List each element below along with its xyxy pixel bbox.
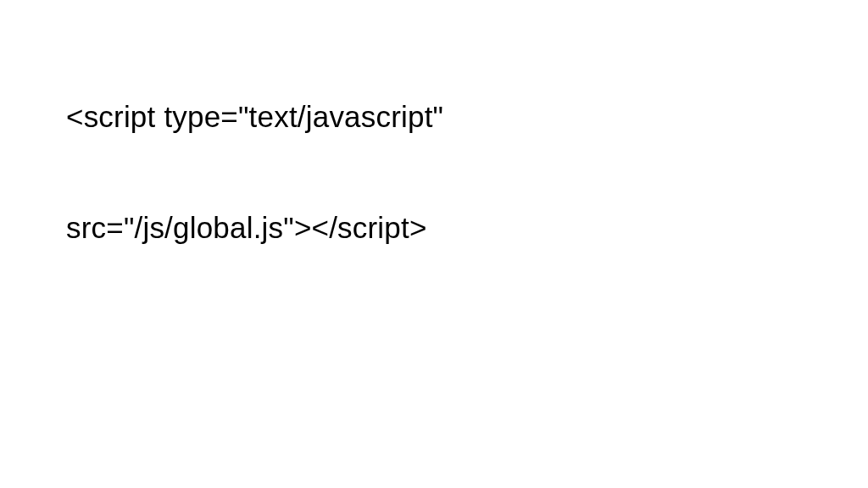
code-line-1: <script type="text/javascript" (66, 98, 802, 136)
code-snippet: <script type="text/javascript" src="/js/… (66, 24, 802, 283)
code-line-2: src="/js/global.js"></script> (66, 209, 802, 247)
